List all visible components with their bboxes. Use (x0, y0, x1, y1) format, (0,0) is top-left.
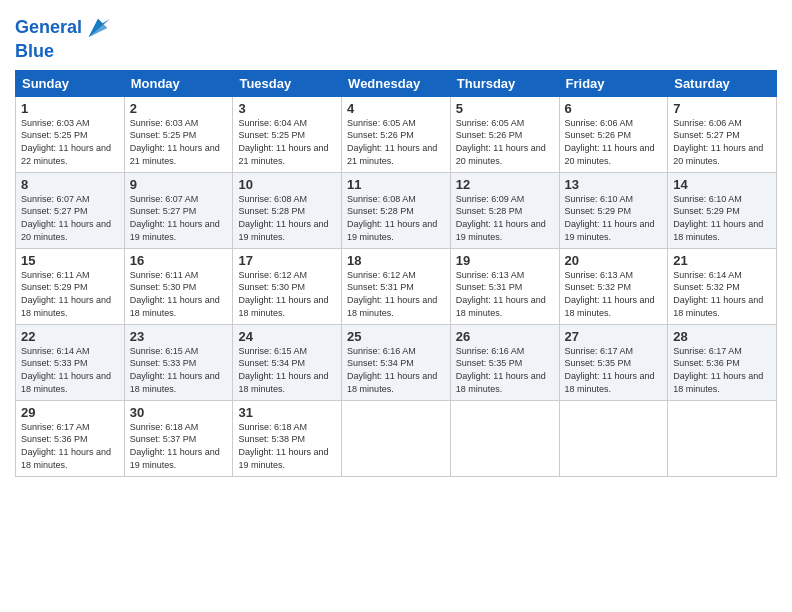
day-info: Sunrise: 6:10 AMSunset: 5:29 PMDaylight:… (565, 194, 655, 242)
day-number: 5 (456, 101, 554, 116)
day-number: 25 (347, 329, 445, 344)
day-cell: 23 Sunrise: 6:15 AMSunset: 5:33 PMDaylig… (124, 324, 233, 400)
day-number: 8 (21, 177, 119, 192)
week-row-5: 29 Sunrise: 6:17 AMSunset: 5:36 PMDaylig… (16, 400, 777, 476)
day-info: Sunrise: 6:15 AMSunset: 5:34 PMDaylight:… (238, 346, 328, 394)
day-cell: 1 Sunrise: 6:03 AMSunset: 5:25 PMDayligh… (16, 96, 125, 172)
day-info: Sunrise: 6:15 AMSunset: 5:33 PMDaylight:… (130, 346, 220, 394)
day-number: 24 (238, 329, 336, 344)
day-info: Sunrise: 6:14 AMSunset: 5:32 PMDaylight:… (673, 270, 763, 318)
logo-icon (84, 14, 112, 42)
day-cell (342, 400, 451, 476)
day-cell: 17 Sunrise: 6:12 AMSunset: 5:30 PMDaylig… (233, 248, 342, 324)
day-number: 16 (130, 253, 228, 268)
day-number: 29 (21, 405, 119, 420)
day-cell: 26 Sunrise: 6:16 AMSunset: 5:35 PMDaylig… (450, 324, 559, 400)
day-cell: 24 Sunrise: 6:15 AMSunset: 5:34 PMDaylig… (233, 324, 342, 400)
day-info: Sunrise: 6:09 AMSunset: 5:28 PMDaylight:… (456, 194, 546, 242)
day-number: 15 (21, 253, 119, 268)
day-cell (668, 400, 777, 476)
day-info: Sunrise: 6:11 AMSunset: 5:30 PMDaylight:… (130, 270, 220, 318)
day-number: 21 (673, 253, 771, 268)
day-cell: 5 Sunrise: 6:05 AMSunset: 5:26 PMDayligh… (450, 96, 559, 172)
day-number: 2 (130, 101, 228, 116)
page: General Blue SundayMondayTuesdayWednesda… (0, 0, 792, 612)
day-number: 4 (347, 101, 445, 116)
day-info: Sunrise: 6:17 AMSunset: 5:36 PMDaylight:… (673, 346, 763, 394)
day-info: Sunrise: 6:07 AMSunset: 5:27 PMDaylight:… (21, 194, 111, 242)
day-cell: 28 Sunrise: 6:17 AMSunset: 5:36 PMDaylig… (668, 324, 777, 400)
day-cell: 30 Sunrise: 6:18 AMSunset: 5:37 PMDaylig… (124, 400, 233, 476)
week-row-2: 8 Sunrise: 6:07 AMSunset: 5:27 PMDayligh… (16, 172, 777, 248)
day-info: Sunrise: 6:18 AMSunset: 5:38 PMDaylight:… (238, 422, 328, 470)
day-number: 11 (347, 177, 445, 192)
day-info: Sunrise: 6:13 AMSunset: 5:32 PMDaylight:… (565, 270, 655, 318)
logo-text-line2: Blue (15, 42, 112, 62)
svg-marker-1 (89, 19, 108, 38)
day-info: Sunrise: 6:05 AMSunset: 5:26 PMDaylight:… (347, 118, 437, 166)
day-info: Sunrise: 6:17 AMSunset: 5:36 PMDaylight:… (21, 422, 111, 470)
day-header-sunday: Sunday (16, 70, 125, 96)
day-cell: 15 Sunrise: 6:11 AMSunset: 5:29 PMDaylig… (16, 248, 125, 324)
day-header-monday: Monday (124, 70, 233, 96)
calendar-table: SundayMondayTuesdayWednesdayThursdayFrid… (15, 70, 777, 477)
day-number: 20 (565, 253, 663, 268)
day-info: Sunrise: 6:14 AMSunset: 5:33 PMDaylight:… (21, 346, 111, 394)
day-number: 13 (565, 177, 663, 192)
day-info: Sunrise: 6:18 AMSunset: 5:37 PMDaylight:… (130, 422, 220, 470)
day-cell: 6 Sunrise: 6:06 AMSunset: 5:26 PMDayligh… (559, 96, 668, 172)
day-info: Sunrise: 6:16 AMSunset: 5:35 PMDaylight:… (456, 346, 546, 394)
day-cell (450, 400, 559, 476)
day-cell: 9 Sunrise: 6:07 AMSunset: 5:27 PMDayligh… (124, 172, 233, 248)
day-number: 3 (238, 101, 336, 116)
day-info: Sunrise: 6:13 AMSunset: 5:31 PMDaylight:… (456, 270, 546, 318)
day-cell: 8 Sunrise: 6:07 AMSunset: 5:27 PMDayligh… (16, 172, 125, 248)
day-header-thursday: Thursday (450, 70, 559, 96)
logo: General Blue (15, 14, 112, 62)
day-info: Sunrise: 6:06 AMSunset: 5:27 PMDaylight:… (673, 118, 763, 166)
day-header-wednesday: Wednesday (342, 70, 451, 96)
day-number: 9 (130, 177, 228, 192)
day-cell: 21 Sunrise: 6:14 AMSunset: 5:32 PMDaylig… (668, 248, 777, 324)
day-number: 17 (238, 253, 336, 268)
day-header-tuesday: Tuesday (233, 70, 342, 96)
day-number: 26 (456, 329, 554, 344)
day-number: 14 (673, 177, 771, 192)
day-info: Sunrise: 6:08 AMSunset: 5:28 PMDaylight:… (238, 194, 328, 242)
day-header-friday: Friday (559, 70, 668, 96)
day-number: 22 (21, 329, 119, 344)
day-info: Sunrise: 6:03 AMSunset: 5:25 PMDaylight:… (130, 118, 220, 166)
day-info: Sunrise: 6:05 AMSunset: 5:26 PMDaylight:… (456, 118, 546, 166)
day-cell: 12 Sunrise: 6:09 AMSunset: 5:28 PMDaylig… (450, 172, 559, 248)
week-row-3: 15 Sunrise: 6:11 AMSunset: 5:29 PMDaylig… (16, 248, 777, 324)
day-cell: 10 Sunrise: 6:08 AMSunset: 5:28 PMDaylig… (233, 172, 342, 248)
day-number: 23 (130, 329, 228, 344)
day-number: 7 (673, 101, 771, 116)
week-row-1: 1 Sunrise: 6:03 AMSunset: 5:25 PMDayligh… (16, 96, 777, 172)
day-cell: 13 Sunrise: 6:10 AMSunset: 5:29 PMDaylig… (559, 172, 668, 248)
day-cell: 25 Sunrise: 6:16 AMSunset: 5:34 PMDaylig… (342, 324, 451, 400)
day-cell: 18 Sunrise: 6:12 AMSunset: 5:31 PMDaylig… (342, 248, 451, 324)
header: General Blue (15, 10, 777, 62)
day-cell: 22 Sunrise: 6:14 AMSunset: 5:33 PMDaylig… (16, 324, 125, 400)
day-number: 12 (456, 177, 554, 192)
day-number: 28 (673, 329, 771, 344)
day-number: 1 (21, 101, 119, 116)
day-cell: 19 Sunrise: 6:13 AMSunset: 5:31 PMDaylig… (450, 248, 559, 324)
day-info: Sunrise: 6:08 AMSunset: 5:28 PMDaylight:… (347, 194, 437, 242)
header-row: SundayMondayTuesdayWednesdayThursdayFrid… (16, 70, 777, 96)
day-cell: 7 Sunrise: 6:06 AMSunset: 5:27 PMDayligh… (668, 96, 777, 172)
day-cell: 3 Sunrise: 6:04 AMSunset: 5:25 PMDayligh… (233, 96, 342, 172)
day-cell: 14 Sunrise: 6:10 AMSunset: 5:29 PMDaylig… (668, 172, 777, 248)
day-number: 10 (238, 177, 336, 192)
day-cell: 27 Sunrise: 6:17 AMSunset: 5:35 PMDaylig… (559, 324, 668, 400)
day-info: Sunrise: 6:17 AMSunset: 5:35 PMDaylight:… (565, 346, 655, 394)
day-cell: 20 Sunrise: 6:13 AMSunset: 5:32 PMDaylig… (559, 248, 668, 324)
day-cell: 16 Sunrise: 6:11 AMSunset: 5:30 PMDaylig… (124, 248, 233, 324)
day-info: Sunrise: 6:04 AMSunset: 5:25 PMDaylight:… (238, 118, 328, 166)
day-cell: 29 Sunrise: 6:17 AMSunset: 5:36 PMDaylig… (16, 400, 125, 476)
day-number: 31 (238, 405, 336, 420)
day-info: Sunrise: 6:03 AMSunset: 5:25 PMDaylight:… (21, 118, 111, 166)
day-info: Sunrise: 6:06 AMSunset: 5:26 PMDaylight:… (565, 118, 655, 166)
day-info: Sunrise: 6:07 AMSunset: 5:27 PMDaylight:… (130, 194, 220, 242)
